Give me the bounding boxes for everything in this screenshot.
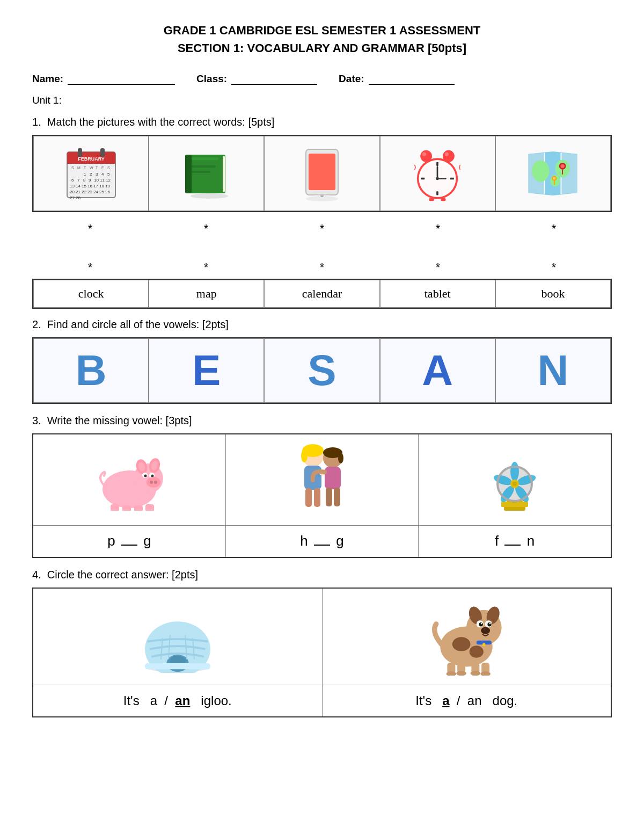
fan-blank[interactable] — [504, 545, 521, 546]
name-line[interactable] — [68, 73, 175, 85]
word-calendar: calendar — [264, 280, 379, 308]
question-3: 3. Write the missing vowel: [3pts] — [32, 415, 612, 558]
svg-point-96 — [154, 481, 157, 484]
q3-text: 3. Write the missing vowel: [3pts] — [32, 415, 612, 427]
svg-point-56 — [422, 152, 426, 156]
word-clock: clock — [33, 280, 149, 308]
title-line1: GRADE 1 CAMBRIDGE ESL SEMESTER 1 ASSESSM… — [32, 21, 612, 39]
svg-text:4: 4 — [101, 172, 104, 177]
svg-rect-114 — [504, 506, 525, 511]
svg-rect-99 — [134, 505, 143, 511]
q1-connector-top: * * * * * — [32, 217, 612, 240]
svg-text:14: 14 — [76, 184, 80, 188]
letter-A: A — [380, 338, 495, 403]
q4-dog-text: It's a / an dog. — [322, 685, 611, 717]
svg-text:S: S — [107, 166, 110, 170]
svg-point-82 — [553, 177, 555, 179]
svg-rect-97 — [111, 504, 119, 511]
svg-rect-105 — [305, 488, 312, 507]
svg-rect-4 — [100, 148, 105, 157]
svg-text:8: 8 — [83, 178, 86, 183]
svg-rect-47 — [192, 171, 210, 173]
page-title: GRADE 1 CAMBRIDGE ESL SEMESTER 1 ASSESSM… — [32, 21, 612, 57]
pic-calendar: FEBRUARY S M T W T F S 1 2 3 4 5 6 7 8 9… — [33, 136, 149, 211]
q2-letter-grid: B E S A N — [32, 337, 612, 404]
pic-book — [149, 136, 264, 211]
q4-an-igloo: an — [175, 693, 190, 708]
date-line[interactable] — [369, 73, 455, 85]
date-field: Date: — [339, 73, 455, 85]
svg-point-67 — [436, 177, 438, 180]
svg-text:16: 16 — [87, 184, 92, 188]
class-line[interactable] — [231, 73, 317, 85]
pig-blank[interactable] — [121, 545, 137, 546]
svg-rect-62 — [436, 191, 438, 195]
svg-point-118 — [510, 462, 519, 481]
svg-rect-63 — [421, 178, 425, 180]
svg-text:28: 28 — [76, 195, 80, 200]
svg-text:12: 12 — [106, 178, 111, 183]
q4-dog-cell — [322, 588, 611, 685]
svg-text:18: 18 — [99, 184, 104, 188]
q3-fan-cell — [419, 434, 611, 525]
letter-B: B — [33, 338, 149, 403]
letter-N: N — [495, 338, 611, 403]
svg-text:21: 21 — [76, 190, 80, 194]
q2-text: 2. Find and circle all of the vowels: [2… — [32, 318, 612, 331]
svg-rect-44 — [223, 156, 225, 192]
question-4: 4. Circle the correct answer: [2pts] — [32, 569, 612, 717]
svg-rect-98 — [122, 505, 131, 511]
q3-fan-text: f n — [419, 525, 611, 557]
q1-word-grid: clock map calendar tablet book — [32, 279, 612, 309]
svg-rect-68 — [429, 198, 434, 201]
svg-rect-130 — [145, 663, 210, 669]
q4-igloo-cell — [33, 588, 322, 685]
svg-point-133 — [470, 646, 484, 658]
svg-rect-110 — [325, 467, 341, 489]
letter-S: S — [264, 338, 379, 403]
q1-connector-bottom: * * * * * — [32, 256, 612, 279]
q3-pig-cell — [33, 434, 225, 525]
svg-text:26: 26 — [105, 190, 110, 194]
svg-text:22: 22 — [82, 190, 86, 194]
svg-text:15: 15 — [82, 184, 86, 188]
svg-rect-45 — [192, 157, 218, 160]
svg-text:1: 1 — [84, 172, 86, 177]
svg-point-93 — [151, 474, 153, 477]
svg-text:T: T — [96, 166, 98, 170]
svg-text:2: 2 — [90, 172, 92, 177]
name-label: Name: — [32, 73, 63, 85]
q3-pig-text: p g — [33, 525, 225, 557]
svg-rect-3 — [78, 148, 82, 157]
svg-point-144 — [484, 628, 486, 630]
q3-text-row: p g h g f n — [33, 525, 611, 557]
svg-text:T: T — [84, 166, 86, 170]
question-1: 1. Match the pictures with the correct w… — [32, 116, 612, 309]
svg-text:6: 6 — [71, 178, 74, 183]
svg-text:17: 17 — [93, 184, 98, 188]
svg-point-132 — [452, 637, 471, 651]
q3-hug-text: h g — [225, 525, 418, 557]
svg-point-41 — [191, 193, 228, 199]
svg-rect-100 — [145, 504, 154, 511]
svg-text:13: 13 — [70, 184, 75, 188]
svg-rect-53 — [314, 194, 330, 195]
svg-point-57 — [445, 152, 449, 156]
q3-hug-cell — [225, 434, 418, 525]
svg-text:9: 9 — [89, 178, 91, 183]
svg-point-143 — [481, 627, 490, 634]
svg-rect-111 — [326, 488, 332, 506]
svg-point-79 — [561, 164, 565, 168]
svg-text:20: 20 — [70, 190, 75, 194]
svg-rect-43 — [185, 155, 192, 193]
svg-text:23: 23 — [87, 190, 92, 194]
question-2: 2. Find and circle all of the vowels: [2… — [32, 318, 612, 404]
svg-point-141 — [481, 622, 482, 624]
svg-text:5: 5 — [107, 172, 110, 177]
letter-E: E — [149, 338, 264, 403]
q1-text: 1. Match the pictures with the correct w… — [32, 116, 612, 128]
svg-text:10: 10 — [94, 178, 99, 183]
pic-clock — [380, 136, 495, 211]
hug-blank[interactable] — [314, 545, 330, 546]
svg-rect-46 — [192, 165, 216, 168]
